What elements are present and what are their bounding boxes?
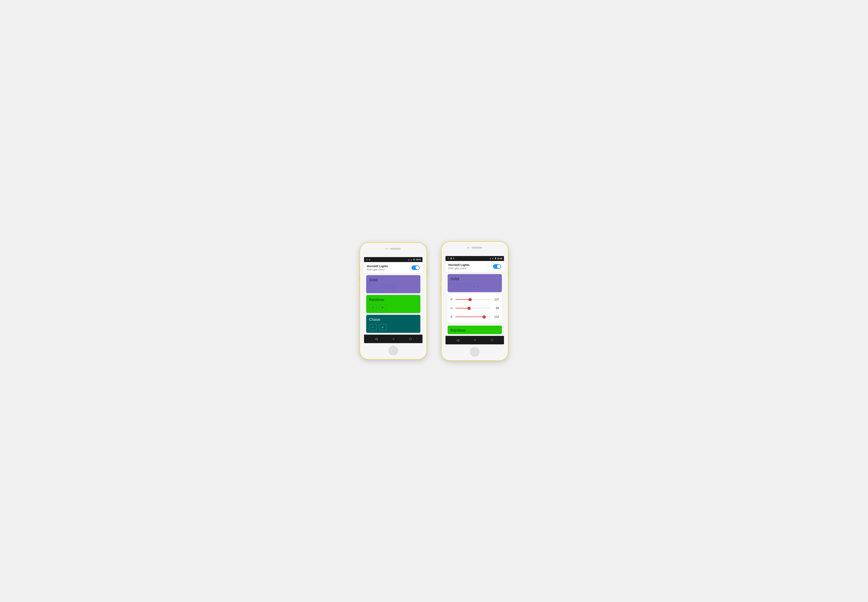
back-btn-1[interactable]: ◁ [373, 336, 380, 342]
recents-btn-1[interactable]: □ [408, 336, 414, 342]
status-right-icons-2: ▲ ▲ 🔋 16:55 [489, 258, 502, 260]
chase-card-1[interactable]: Chase ⇄ ▶ [366, 315, 420, 333]
g-slider-thumb[interactable] [468, 307, 471, 310]
r-slider-fill [456, 299, 470, 300]
phone-top-notch [386, 248, 401, 250]
power-button-2[interactable] [508, 267, 509, 277]
toggle-2[interactable] [493, 264, 501, 269]
solid-title-2: Solid [448, 274, 502, 283]
image-icon-2: 🖼 [450, 258, 452, 260]
phone-2-screen: 🔌 🖼 ⚙ ▲ ▲ 🔋 16:55 Hornbill Lights RGB Li… [446, 256, 504, 344]
usb-icon-2: 🔌 [447, 258, 449, 260]
phone-2: 🔌 🖼 ⚙ ▲ ▲ 🔋 16:55 Hornbill Lights RGB Li… [441, 241, 508, 361]
b-label: B [451, 315, 453, 318]
signal-icon: ▲ [411, 259, 412, 261]
r-slider-track [456, 299, 491, 300]
status-bar-2: 🔌 🖼 ⚙ ▲ ▲ 🔋 16:55 [446, 256, 504, 261]
solid-play-btn-1[interactable]: ▶ [389, 284, 397, 291]
home-btn-2[interactable]: ○ [472, 337, 478, 343]
rainbow-repeat-btn-1[interactable]: ⇄ [369, 304, 377, 310]
toggle-1[interactable] [411, 266, 420, 270]
mute-button[interactable] [359, 264, 360, 271]
g-slider-track-wrap[interactable] [456, 307, 491, 310]
power-button[interactable] [426, 268, 427, 278]
time-display-2: 16:55 [497, 258, 502, 260]
settings-notif-icon-2: ⚙ [453, 258, 454, 260]
time-display: 16:55 [416, 258, 421, 261]
solid-stop-btn-2[interactable]: ● [460, 283, 468, 290]
b-slider-track-wrap[interactable] [456, 315, 491, 319]
app-subtitle-1: RGB Lights control [367, 269, 388, 271]
status-left-icons: 🔌 ⚙ [366, 259, 370, 261]
rgb-section: R 107 G [448, 294, 502, 322]
r-slider-value: 107 [492, 298, 499, 301]
status-right-icons: ▲ ▲ 🔋 16:55 [408, 258, 421, 261]
rainbow-title-1: Rainbow [366, 295, 420, 304]
volume-down-button-2[interactable] [441, 285, 442, 295]
r-slider-track-wrap[interactable] [456, 298, 491, 301]
b-slider-value: 210 [492, 315, 499, 318]
recents-btn-2[interactable]: □ [489, 337, 495, 343]
b-slider-fill [456, 316, 484, 317]
front-camera [386, 248, 388, 250]
rainbow-buttons-1: ⇄ ▶ [366, 304, 420, 313]
status-bar-1: 🔌 ⚙ ▲ ▲ 🔋 16:55 [364, 257, 422, 262]
content-2: Solid ⇄ ● ▶ R [446, 272, 504, 336]
solid-buttons-2: ⇄ ● ▶ [448, 283, 502, 292]
volume-up-button[interactable] [359, 274, 360, 284]
g-slider-value: 99 [492, 307, 499, 310]
rainbow-play-btn-1[interactable]: ▶ [379, 304, 387, 310]
solid-card-1[interactable]: Solid ⇄ ● ▶ [366, 275, 420, 293]
app-bar-text-1: Hornbill Lights RGB Lights control [367, 264, 388, 271]
app-bar-2: Hornbill Lights RGB Lights control [446, 261, 504, 272]
app-bar-1: Hornbill Lights RGB Lights control [364, 262, 422, 273]
earpiece [390, 248, 401, 250]
r-slider-thumb[interactable] [469, 298, 472, 301]
b-slider-track [456, 316, 491, 317]
b-slider-thumb[interactable] [483, 315, 486, 318]
volume-down-button[interactable] [359, 286, 360, 296]
g-slider-row: G 99 [451, 304, 499, 313]
r-label: R [451, 298, 453, 301]
solid-repeat-btn-1[interactable]: ⇄ [369, 284, 377, 291]
volume-up-button-2[interactable] [441, 273, 442, 283]
g-label: G [451, 307, 453, 310]
home-button-physical-2[interactable] [470, 347, 479, 356]
chase-repeat-btn-1[interactable]: ⇄ [369, 324, 377, 330]
bottom-nav-2: ◁ ○ □ [446, 336, 504, 344]
solid-title-1: Solid [366, 275, 420, 284]
divider [448, 324, 502, 324]
b-slider-row: B 210 [451, 313, 499, 321]
chase-play-btn-1[interactable]: ▶ [379, 324, 387, 330]
front-camera-2 [467, 247, 469, 249]
app-title-1: Hornbill Lights [367, 264, 388, 268]
status-left-icons-2: 🔌 🖼 ⚙ [447, 258, 454, 260]
solid-stop-btn-1[interactable]: ● [379, 284, 387, 291]
battery-icon-2: 🔋 [494, 258, 497, 260]
solid-repeat-btn-2[interactable]: ⇄ [451, 283, 458, 290]
phone-1-screen: 🔌 ⚙ ▲ ▲ 🔋 16:55 Hornbill Lights RGB Ligh… [364, 257, 422, 343]
rainbow-card-1[interactable]: Rainbow ⇄ ▶ [366, 295, 420, 313]
phone-top-notch-2 [467, 247, 482, 249]
home-button-physical-1[interactable] [389, 346, 398, 355]
chase-buttons-1: ⇄ ▶ [366, 323, 420, 333]
g-slider-fill [456, 308, 469, 309]
app-bar-text-2: Hornbill Lights RGB Lights control [448, 263, 469, 270]
home-btn-1[interactable]: ○ [391, 336, 397, 342]
solid-card-2[interactable]: Solid ⇄ ● ▶ [448, 274, 502, 292]
g-slider-track [456, 308, 491, 309]
app-title-2: Hornbill Lights [448, 263, 469, 267]
battery-icon: 🔋 [413, 259, 415, 261]
content-1: Solid ⇄ ● ▶ Rainbow ⇄ ▶ Chase ⇄ [364, 273, 422, 335]
rainbow-card-2[interactable]: Rainbow [448, 326, 502, 334]
mute-button-2[interactable] [441, 263, 442, 270]
r-slider-row: R 107 [451, 295, 499, 304]
chase-title-1: Chase [366, 315, 420, 323]
bluetooth-icon-2: ▲ [489, 258, 491, 260]
solid-play-btn-2[interactable]: ▶ [470, 283, 478, 290]
usb-icon: 🔌 [366, 259, 368, 261]
back-btn-2[interactable]: ◁ [454, 337, 461, 343]
signal-icon-2: ▲ [492, 258, 494, 260]
bluetooth-icon: ▲ [408, 259, 410, 261]
rainbow-title-2: Rainbow [448, 326, 502, 334]
